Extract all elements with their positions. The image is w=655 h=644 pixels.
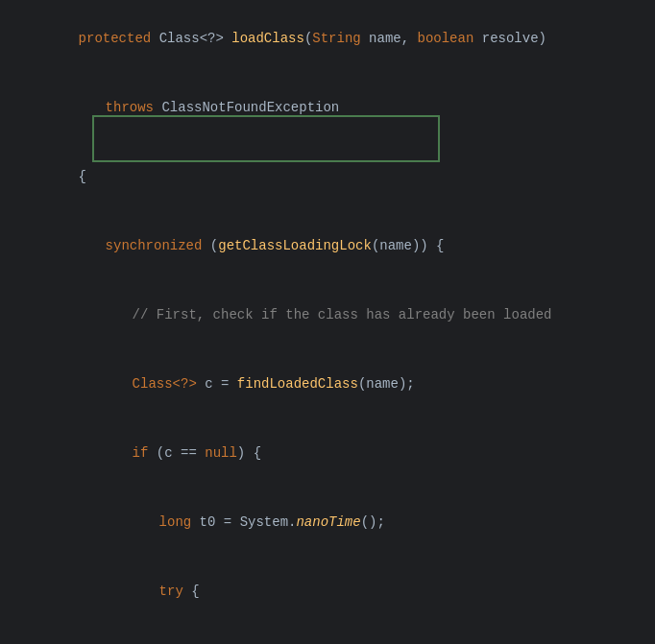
code-line-6: Class<?> c = findLoadedClass(name); (38, 349, 655, 418)
code-line-5: // First, check if the class has already… (38, 280, 655, 349)
code-editor: protected Class<?> loadClass(String name… (0, 0, 655, 644)
code-line-2: throws ClassNotFoundException (38, 73, 655, 142)
code-line-7: if (c == null) { (38, 418, 655, 488)
code-line-3: { (38, 142, 655, 211)
code-line-10: if (parent != null) { (38, 626, 655, 644)
code-line-4: synchronized (getClassLoadingLock(name))… (38, 211, 655, 280)
code-line-8: long t0 = System.nanoTime(); (38, 488, 655, 557)
code-line-9: try { (38, 557, 655, 626)
code-line-1: protected Class<?> loadClass(String name… (38, 4, 655, 73)
